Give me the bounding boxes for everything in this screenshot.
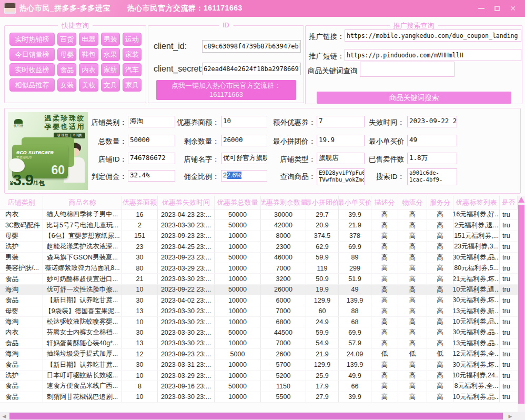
quick-button-3-1[interactable]: 女装 [57, 78, 76, 92]
detail-input-0-3[interactable]: 32.4% [128, 170, 175, 182]
quick-button-3-3[interactable]: 文具 [101, 78, 120, 92]
table-row[interactable]: 美容护肤/...薇诺娜紧致弹力洁面乳8...802023-03-29 23:..… [0, 263, 518, 274]
table-row[interactable]: 食品【新日期】认养吃甘蔗...302023-03-31 23:...100005… [0, 359, 518, 370]
column-header-12[interactable]: 是否 [500, 196, 518, 209]
quick-button-1-3[interactable]: 水果 [101, 48, 120, 61]
table-row[interactable]: 母婴【9袋装】德国喜宝果泥...132023-03-30 23:...10000… [0, 306, 518, 317]
detail-input-3-3[interactable]: a901c6de- 1cac-4bf9- [407, 168, 457, 185]
table-row[interactable]: 食品妙可奶酪棒超便宜进口...212023-03-30 23:...100003… [0, 274, 518, 284]
keyword-input[interactable] [360, 62, 455, 77]
detail-input-0-1[interactable]: 50000 [128, 135, 175, 146]
detail-input-3-2[interactable]: 1.8万 [407, 153, 457, 164]
detail-input-0-0[interactable]: 海淘 [128, 116, 175, 127]
table-row[interactable]: 食品速食方便食品米线广西...82023-09-16 23:...5000011… [0, 381, 518, 392]
column-header-2[interactable]: 优惠券面额 [122, 196, 158, 209]
quick-button-0-4[interactable]: 运动 [123, 33, 142, 46]
horizontal-scrollbar[interactable]: ◀ ▶ [0, 412, 525, 420]
table-row[interactable]: 内衣芬腾女士内裤女全棉裆...302023-03-30 23:...500004… [0, 327, 518, 338]
table-row[interactable]: 洗护日本叮叮驱蚊贴长效驱...102023-03-29 23:...100005… [0, 371, 518, 381]
horizontal-scroll-thumb[interactable] [9, 413, 503, 419]
detail-input-1-2[interactable]: 优可舒官方旗舰 [221, 153, 267, 164]
column-header-11[interactable]: 优惠标签列表 [453, 196, 500, 209]
detail-input-3-0[interactable]: 2023-09-22 23:5 [407, 116, 457, 127]
quick-button-1-4[interactable]: 家装 [123, 48, 142, 61]
column-header-4[interactable]: 优惠券总数量 [215, 196, 261, 209]
quick-button-2-1[interactable]: 食品 [57, 63, 76, 76]
vertical-scrollbar[interactable] [518, 196, 525, 412]
quick-button-0-2[interactable]: 电器 [79, 33, 98, 46]
table-cell: 49 [339, 285, 371, 295]
promo-link-input[interactable] [345, 29, 521, 42]
quick-button-2-3[interactable]: 家纺 [101, 63, 120, 76]
table-cell: 内衣 [0, 327, 43, 337]
table-cell: 2023-03-29 23:... [158, 263, 215, 273]
table-cell: 10000 [215, 231, 261, 241]
table-cell: 60 [306, 306, 339, 316]
keyword-search-button[interactable]: 商品关键词搜索 [317, 92, 511, 104]
detail-input-2-1[interactable]: 19.9 [317, 135, 365, 146]
client-secret-input[interactable] [202, 63, 301, 75]
brand-logo-icon: 优可舒 [11, 114, 26, 128]
column-header-9[interactable]: 物流分 [398, 196, 427, 209]
table-row[interactable]: 洗护超能花漾柔护洗衣液深...232023-04-25 23:...100002… [0, 242, 518, 252]
maximize-icon [494, 6, 500, 11]
column-header-6[interactable]: 最小拼团价 [306, 196, 339, 209]
detail-input-2-2[interactable]: 旗舰店 [317, 153, 365, 164]
table-cell: 高 [371, 220, 398, 230]
quick-button-2-4[interactable]: 汽车 [123, 63, 142, 76]
quick-button-2-2[interactable]: 内衣 [79, 63, 98, 76]
quick-button-1-1[interactable]: 母婴 [57, 48, 76, 61]
quick-button-0-3[interactable]: 男装 [101, 33, 120, 46]
vertical-scroll-thumb[interactable] [518, 205, 524, 404]
table-row[interactable]: 男装森马旗下GSON男装夏...302023-09-23 23:...50000… [0, 253, 518, 263]
table-row[interactable]: 海淘抽绳垃圾袋手提式加厚...122023-09-23 23:...500026… [0, 349, 518, 359]
quick-button-1-0[interactable]: 今日销量榜 [9, 48, 55, 61]
detail-input-1-3[interactable]: 22.6% [221, 170, 267, 182]
table-row[interactable]: 食品【新日期】认养吃甘蔗...302023-04-02 23:...100006… [0, 295, 518, 306]
quick-button-3-0[interactable]: 相似品推荐 [9, 78, 55, 92]
column-header-7[interactable]: 最小单买价 [339, 196, 371, 209]
table-row[interactable]: 食品刺猬阿甘花椒锅巴追剧...102023-03-30 23:...100005… [0, 392, 518, 403]
detail-input-2-3[interactable]: E9D28yviPYpFu0 TVwfnbu_wokZmo [317, 168, 365, 185]
detail-input-2-0[interactable]: 7 [317, 116, 365, 127]
detail-input-1-0[interactable]: 10 [221, 116, 267, 127]
detail-input-0-2[interactable]: 746786672 [128, 153, 175, 164]
close-button[interactable]: ✕ [505, 2, 521, 15]
quick-button-3-4[interactable]: 家具 [123, 78, 142, 92]
table-row[interactable]: 3C数码配件比苛5号7号电池儿童玩...22023-03-30 23:...50… [0, 220, 518, 231]
id-panel: ID client_id: client_secret: 点我一键加入热心市民官… [148, 25, 304, 103]
detail-input-3-1[interactable]: 49 [407, 135, 457, 146]
quick-button-0-0[interactable]: 实时热销榜 [9, 33, 55, 46]
table-cell: 高 [427, 392, 453, 402]
table-row[interactable]: 海淘松达驱蚊液防蚊喷雾婴...102023-03-30 23:...100006… [0, 317, 518, 327]
short-link-input[interactable] [345, 49, 521, 61]
quick-buttons: 实时热销榜百货电器男装运动今日销量榜母婴鞋包水果家装实时收益榜食品内衣家纺汽车相… [9, 33, 142, 92]
table-row[interactable]: 食品轩妈蛋黄酥随心装40g*...132023-03-30 23:...1000… [0, 338, 518, 349]
quick-button-0-1[interactable]: 百货 [57, 33, 76, 46]
table-cell: 高 [427, 274, 453, 284]
quick-button-2-0[interactable]: 实时收益榜 [9, 63, 55, 76]
column-header-0[interactable]: 店铺类别 [0, 196, 43, 209]
table-row[interactable]: 内衣猫人纯棉四季袜子男中...162023-04-23 23:...500003… [0, 209, 518, 220]
table-cell: 7000 [261, 306, 306, 316]
join-group-button[interactable]: 点我一键加入热心市民官方交流群：161171663 [156, 80, 296, 100]
scroll-up-icon[interactable] [518, 197, 524, 203]
detail-label-0-2: 店铺ID： [87, 155, 127, 164]
maximize-button[interactable] [489, 2, 505, 15]
column-header-5[interactable]: 优惠券剩余数量 [261, 196, 306, 209]
column-header-1[interactable]: 商品名称 [43, 196, 122, 209]
column-header-8[interactable]: 描述分 [371, 196, 398, 209]
column-header-10[interactable]: 服务分 [427, 196, 453, 209]
table-row[interactable]: 海淘优可舒一次性洗脸巾擦...102023-09-22 23:...500002… [0, 285, 518, 295]
column-header-3[interactable]: 优惠券失效时间 [158, 196, 215, 209]
client-id-input[interactable] [202, 40, 301, 53]
scroll-right-icon[interactable]: ▶ [506, 412, 514, 420]
scroll-left-icon[interactable]: ◀ [0, 412, 8, 420]
quick-button-1-2[interactable]: 鞋包 [79, 48, 98, 61]
minimize-button[interactable] [473, 2, 489, 15]
table-row[interactable]: 母婴【6包】宜婴梦想家纸尿...1512023-09-23 23:...1000… [0, 231, 518, 242]
detail-input-1-1[interactable]: 26000 [221, 135, 267, 146]
product-image[interactable]: 优可舒 温柔珍珠纹孕婴也适用 珍珠纹 | 60抽 eco surecare 大柔… [8, 112, 88, 190]
table-cell: 低 [398, 349, 427, 359]
quick-button-3-2[interactable]: 美妆 [79, 78, 98, 92]
